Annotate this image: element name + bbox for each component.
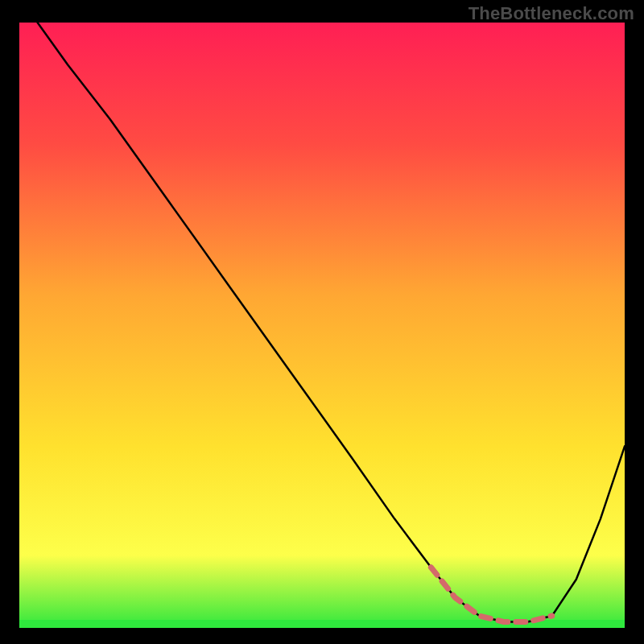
chart-frame: TheBottleneck.com [0,0,644,644]
gradient-background [19,23,625,628]
plot-area [19,23,625,628]
chart-svg [19,23,625,628]
watermark-text: TheBottleneck.com [469,3,634,24]
